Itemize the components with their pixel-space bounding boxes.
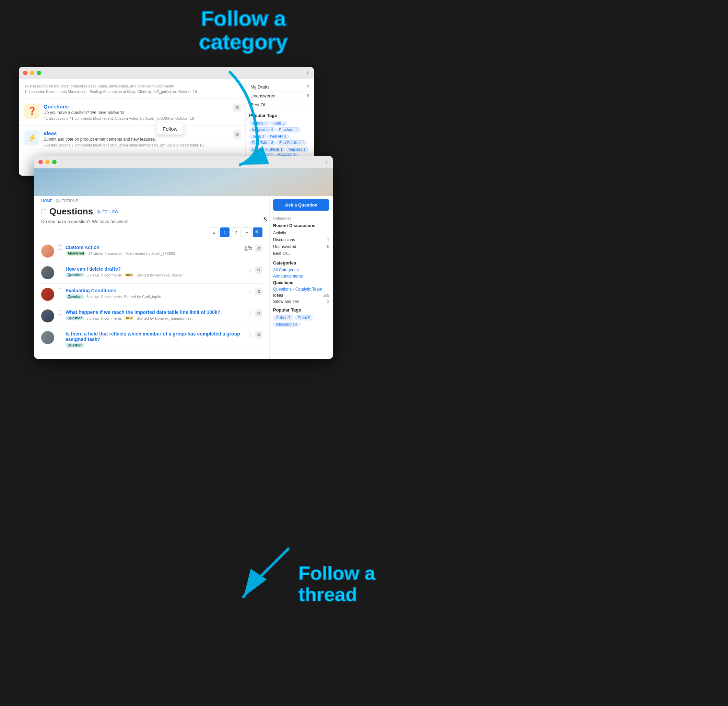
discussion-title-1[interactable]: How can I delete drafts? [65, 266, 245, 272]
people-gear-svg-0 [243, 245, 253, 252]
row-checkbox-3[interactable] [58, 310, 62, 315]
row-checkbox-4[interactable] [58, 332, 62, 336]
discussion-actions-2: ☆ ⚙ [248, 288, 263, 295]
discussion-title-4[interactable]: Is there a field that reflects which mem… [65, 331, 245, 342]
select-all-checkbox[interactable] [41, 209, 46, 214]
show-and-tell-item[interactable]: Show and Tell 3 [273, 299, 329, 305]
new-tab-button-2[interactable]: + [324, 159, 328, 166]
all-categories-link[interactable]: All Categories [273, 267, 329, 273]
started-3: Started by Dominik_teamdomtest [137, 316, 192, 321]
best-of-link[interactable]: Best Of... [273, 250, 329, 257]
started-1: Started by Veronika_essilor [137, 273, 182, 277]
questions-bold-label: Questions [273, 280, 293, 285]
ask-question-button[interactable]: Ask a Question [273, 199, 329, 211]
badge-question-4: Question [65, 343, 84, 348]
badge-new-1: new [124, 273, 134, 277]
comments-2: 0 comments [101, 295, 122, 299]
traffic-light-green-1[interactable] [37, 71, 41, 75]
discussion-actions-1: ☆ ⚙ [248, 266, 263, 274]
discussions-count: 1 [327, 237, 329, 242]
page-title: Questions [49, 206, 93, 217]
unanswered-link[interactable]: Unanswered 9 [273, 243, 329, 250]
tag-fields-2[interactable]: Fields 5 [295, 315, 312, 321]
badge-question-2: Question [65, 295, 84, 299]
discussion-row-3: What happens if we reach the imported da… [41, 305, 263, 327]
discussion-actions-3: ☆ ⚙ [248, 309, 263, 317]
search-button[interactable]: 🔍 [253, 227, 263, 237]
discussion-body-0: Custom Action Answered 14 views 1 commen… [65, 245, 240, 256]
traffic-light-red-2[interactable] [38, 160, 43, 164]
star-icon-1[interactable]: ☆ [248, 267, 253, 273]
discussion-meta-4: Question [65, 343, 245, 348]
traffic-light-yellow-1[interactable] [30, 71, 34, 75]
pagination-page1[interactable]: 1 [220, 227, 230, 237]
ideas-sidebar-item[interactable]: Ideas 569 [273, 292, 329, 299]
star-icon-2[interactable]: ☆ [248, 289, 253, 295]
gear-button-1[interactable]: ⚙ [255, 266, 263, 274]
row-checkbox-2[interactable] [58, 289, 62, 293]
discussion-meta-2: Question 8 views 0 comments Started by C… [65, 295, 245, 299]
discussion-title-0[interactable]: Custom Action [65, 245, 240, 250]
gear-button-3[interactable]: ⚙ [255, 309, 263, 317]
pagination-next[interactable]: » [242, 227, 251, 237]
discussion-title-2[interactable]: Evaluating Conditions [65, 288, 245, 293]
discussion-meta-0: Answered 14 views 1 comment Most recent … [65, 251, 240, 256]
tag-developer-4[interactable]: Developer 4 [276, 127, 300, 133]
gear-button-0[interactable]: ⚙ [255, 245, 263, 252]
annotation-follow-category: Follow a category [199, 7, 287, 53]
breadcrumb-separator: › [53, 199, 56, 203]
tag-actions-2[interactable]: Actions 7 [273, 315, 293, 321]
categories-label: Categories [273, 216, 329, 220]
window-2-sidebar: Ask a Question Categories Recent Discuss… [269, 196, 333, 359]
follow-tooltip-text: Follow [163, 126, 178, 132]
views-3: 7 views [87, 316, 99, 321]
row-checkbox-1[interactable] [58, 267, 62, 271]
discussion-body-3: What happens if we reach the imported da… [65, 309, 245, 321]
star-icon-4[interactable]: ☆ [248, 332, 253, 338]
tag-analytics-1[interactable]: Analytics 1 [286, 147, 308, 152]
discussion-body-4: Is there a field that reflects which mem… [65, 331, 245, 348]
views-0: 14 views [88, 251, 103, 256]
tag-best-practices-1[interactable]: Best Practices 1 [276, 140, 307, 146]
tag-cloud-2: Actions 7 Fields 5 Integrations 4 [273, 315, 329, 328]
annotation-title-line1: Follow a [199, 7, 287, 30]
pagination: « 1 2 » 🔍 [41, 227, 263, 237]
started-2: Started by Carli_tapfin [124, 295, 161, 299]
star-icon-3[interactable]: ☆ [248, 310, 253, 317]
comments-1: 0 comments [101, 273, 122, 277]
follow-button[interactable]: 📡 FOLLOW [97, 209, 118, 214]
traffic-light-red-1[interactable] [23, 71, 27, 75]
row-checkbox-0[interactable] [58, 245, 62, 250]
discussions-link[interactable]: Discussions 1 [273, 236, 329, 243]
annotation-thread-line1: Follow a [299, 563, 375, 584]
follow-label: FOLLOW [102, 209, 118, 214]
announcements-link[interactable]: Announcements [273, 273, 329, 279]
follow-tooltip[interactable]: Follow [156, 123, 184, 135]
gear-button-2[interactable]: ⚙ [255, 288, 263, 295]
discussion-meta-1: Question 5 views 0 comments new Started … [65, 273, 245, 277]
badge-new-3: new [124, 316, 134, 321]
questions-catalytic-link[interactable]: Questions - Catalytic Team [273, 286, 329, 292]
questions-sidebar-item: Questions [273, 279, 329, 286]
breadcrumb-home-link[interactable]: HOME [41, 199, 52, 203]
traffic-light-yellow-2[interactable] [45, 160, 50, 164]
recent-0: Most recent by Jozef_783863 [126, 251, 175, 256]
arrow-follow-category [185, 69, 274, 172]
unanswered-label-2: Unanswered [273, 244, 296, 249]
badge-question-1: Question [65, 273, 84, 277]
activity-label: Activity [273, 231, 286, 235]
page-subtitle: Do you have a question? We have answers! [41, 219, 263, 224]
avatar-4 [41, 331, 54, 344]
badge-answered-0: Answered [65, 251, 86, 256]
new-tab-button-1[interactable]: + [305, 69, 309, 77]
traffic-light-green-2[interactable] [52, 160, 56, 164]
discussion-title-3[interactable]: What happens if we reach the imported da… [65, 309, 245, 315]
avatar-1 [41, 266, 54, 279]
discussion-body-2: Evaluating Conditions Question 8 views 0… [65, 288, 245, 299]
pagination-page2[interactable]: 2 [231, 227, 240, 237]
badge-question-3: Question [65, 316, 84, 321]
pagination-prev[interactable]: « [209, 227, 218, 237]
activity-link[interactable]: Activity [273, 230, 329, 236]
tag-integrations-2[interactable]: Integrations 4 [273, 322, 300, 327]
gear-button-4[interactable]: ⚙ [255, 331, 263, 339]
